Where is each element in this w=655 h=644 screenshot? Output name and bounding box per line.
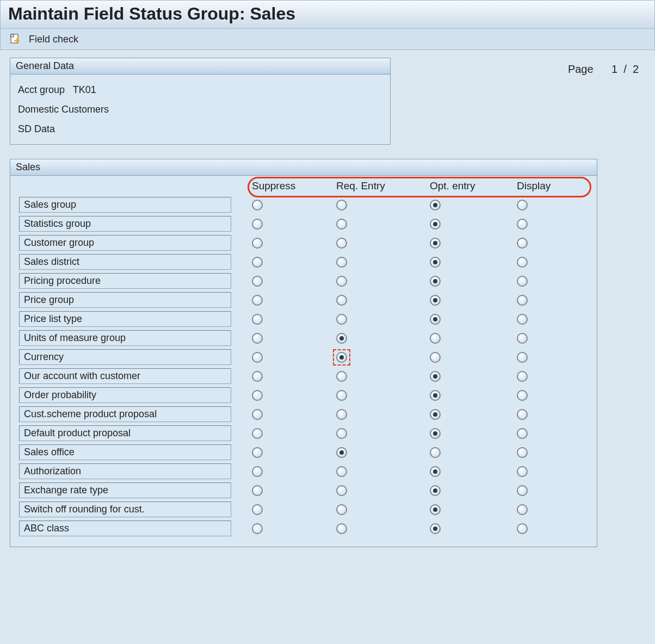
field-row: ABC class bbox=[19, 519, 588, 538]
radio-opt-entry[interactable] bbox=[430, 390, 441, 401]
radio-suppress[interactable] bbox=[252, 257, 263, 268]
radio-opt-entry[interactable] bbox=[430, 238, 441, 249]
radio-opt-entry[interactable] bbox=[430, 371, 441, 382]
radio-req-entry[interactable] bbox=[336, 333, 347, 344]
radio-cell-opt-entry bbox=[416, 504, 503, 515]
radio-opt-entry[interactable] bbox=[430, 504, 441, 515]
radio-opt-entry[interactable] bbox=[430, 276, 441, 287]
acct-group-value: TK01 bbox=[73, 84, 96, 95]
radio-display[interactable] bbox=[517, 314, 528, 325]
radio-cell-req-entry bbox=[322, 409, 416, 420]
radio-suppress[interactable] bbox=[252, 295, 263, 306]
col-header-display: Display bbox=[503, 180, 579, 192]
export-icon[interactable] bbox=[9, 33, 21, 45]
radio-req-entry[interactable] bbox=[336, 200, 347, 210]
radio-display[interactable] bbox=[517, 466, 528, 477]
radio-cell-display bbox=[503, 485, 579, 496]
radio-display[interactable] bbox=[517, 257, 528, 268]
radio-display[interactable] bbox=[517, 238, 528, 249]
radio-req-entry[interactable] bbox=[336, 428, 347, 439]
field-row: Cust.scheme product proposal bbox=[19, 405, 588, 424]
radio-opt-entry[interactable] bbox=[430, 428, 441, 439]
radio-opt-entry[interactable] bbox=[430, 219, 441, 230]
radio-cell-display bbox=[503, 466, 579, 477]
radio-cell-opt-entry bbox=[416, 257, 503, 268]
radio-display[interactable] bbox=[517, 485, 528, 496]
radio-cell-display bbox=[503, 428, 579, 439]
radio-suppress[interactable] bbox=[252, 352, 263, 363]
radio-req-entry[interactable] bbox=[336, 371, 347, 382]
radio-suppress[interactable] bbox=[252, 200, 263, 210]
radio-req-entry[interactable] bbox=[336, 447, 347, 458]
sales-panel: Sales Suppress Req. Entry Opt. entry Dis… bbox=[10, 159, 597, 547]
radio-req-entry[interactable] bbox=[336, 485, 347, 496]
radio-req-entry[interactable] bbox=[336, 314, 347, 325]
radio-req-entry[interactable] bbox=[336, 257, 347, 268]
radio-opt-entry[interactable] bbox=[430, 466, 441, 477]
radio-suppress[interactable] bbox=[252, 485, 263, 496]
radio-display[interactable] bbox=[517, 276, 528, 287]
radio-suppress[interactable] bbox=[252, 238, 263, 249]
radio-opt-entry[interactable] bbox=[430, 257, 441, 268]
radio-cell-suppress bbox=[238, 371, 322, 382]
radio-cell-suppress bbox=[238, 200, 322, 210]
radio-req-entry[interactable] bbox=[336, 466, 347, 477]
radio-cell-suppress bbox=[238, 447, 322, 458]
radio-opt-entry[interactable] bbox=[430, 295, 441, 306]
radio-req-entry[interactable] bbox=[336, 409, 347, 420]
radio-req-entry[interactable] bbox=[336, 352, 347, 363]
radio-req-entry[interactable] bbox=[336, 238, 347, 249]
field-row: Switch off rounding for cust. bbox=[19, 500, 588, 519]
radio-suppress[interactable] bbox=[252, 371, 263, 382]
radio-req-entry[interactable] bbox=[336, 276, 347, 287]
radio-display[interactable] bbox=[517, 371, 528, 382]
radio-req-entry[interactable] bbox=[336, 504, 347, 515]
radio-opt-entry[interactable] bbox=[430, 409, 441, 420]
radio-opt-entry[interactable] bbox=[430, 523, 441, 534]
field-row: Our account with customer bbox=[19, 367, 588, 386]
page-title: Maintain Field Status Group: Sales bbox=[8, 4, 647, 24]
radio-suppress[interactable] bbox=[252, 409, 263, 420]
field-label: Exchange rate type bbox=[19, 482, 231, 498]
radio-display[interactable] bbox=[517, 390, 528, 401]
radio-suppress[interactable] bbox=[252, 428, 263, 439]
radio-suppress[interactable] bbox=[252, 333, 263, 344]
radio-req-entry[interactable] bbox=[336, 295, 347, 306]
radio-cell-req-entry bbox=[322, 371, 416, 382]
field-label: Price group bbox=[19, 292, 231, 308]
radio-opt-entry[interactable] bbox=[430, 485, 441, 496]
radio-suppress[interactable] bbox=[252, 390, 263, 401]
radio-display[interactable] bbox=[517, 200, 528, 210]
radio-display[interactable] bbox=[517, 504, 528, 515]
field-check-button[interactable]: Field check bbox=[29, 34, 78, 45]
radio-cell-display bbox=[503, 276, 579, 287]
radio-display[interactable] bbox=[517, 295, 528, 306]
field-label: Sales district bbox=[19, 254, 231, 270]
radio-opt-entry[interactable] bbox=[430, 333, 441, 344]
radio-display[interactable] bbox=[517, 409, 528, 420]
field-row: Units of measure group bbox=[19, 329, 588, 348]
radio-suppress[interactable] bbox=[252, 466, 263, 477]
radio-cell-display bbox=[503, 295, 579, 306]
radio-suppress[interactable] bbox=[252, 504, 263, 515]
radio-display[interactable] bbox=[517, 523, 528, 534]
radio-req-entry[interactable] bbox=[336, 390, 347, 401]
radio-cell-opt-entry bbox=[416, 200, 503, 210]
radio-suppress[interactable] bbox=[252, 447, 263, 458]
radio-opt-entry[interactable] bbox=[430, 352, 441, 363]
radio-suppress[interactable] bbox=[252, 219, 263, 230]
radio-opt-entry[interactable] bbox=[430, 314, 441, 325]
radio-suppress[interactable] bbox=[252, 523, 263, 534]
field-row: Currency bbox=[19, 348, 588, 367]
radio-suppress[interactable] bbox=[252, 314, 263, 325]
radio-opt-entry[interactable] bbox=[430, 200, 441, 210]
radio-display[interactable] bbox=[517, 428, 528, 439]
radio-req-entry[interactable] bbox=[336, 219, 347, 230]
radio-opt-entry[interactable] bbox=[430, 447, 441, 458]
radio-display[interactable] bbox=[517, 333, 528, 344]
radio-suppress[interactable] bbox=[252, 276, 263, 287]
radio-display[interactable] bbox=[517, 447, 528, 458]
radio-display[interactable] bbox=[517, 219, 528, 230]
radio-req-entry[interactable] bbox=[336, 523, 347, 534]
radio-display[interactable] bbox=[517, 352, 528, 363]
